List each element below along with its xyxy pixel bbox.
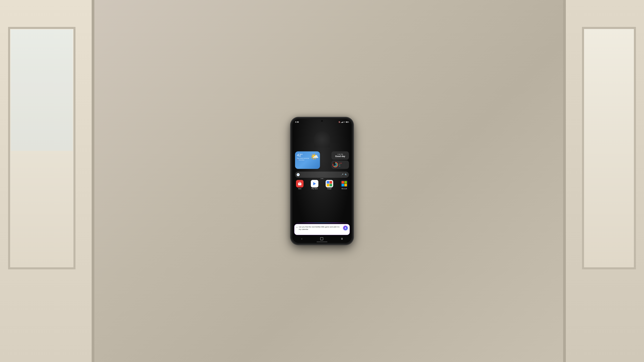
svg-rect-13 xyxy=(345,227,346,228)
microsoft-app[interactable]: Microsoft xyxy=(340,180,349,189)
playstore-label: Play Store xyxy=(312,188,318,189)
svg-marker-8 xyxy=(313,182,316,185)
microsoft-label: Microsoft xyxy=(342,188,347,189)
phone-container: 3:36 🔇 5G xyxy=(291,118,353,244)
page-dots xyxy=(292,178,352,179)
camera xyxy=(321,120,323,122)
microsoft-icon xyxy=(340,180,348,187)
app-row: Store Play Store xyxy=(295,180,349,189)
phone: 3:36 🔇 5G xyxy=(291,118,353,244)
svg-rect-7 xyxy=(299,184,300,184)
gemini-bar-inner: + can you find the next Buffalo Bills ga… xyxy=(296,226,348,231)
steps-stat: 2,489 xyxy=(339,163,342,164)
window-left xyxy=(0,0,94,362)
page-dot xyxy=(323,178,324,179)
fitness-widget[interactable]: 2,489 26 94 xyxy=(332,161,349,169)
google-logo: G xyxy=(297,173,300,176)
fitness-ring xyxy=(332,162,338,168)
playstore-icon xyxy=(311,180,318,187)
weather-widget[interactable]: 🌤️ 42° Rain likely tomorrow 📍 Manhattan xyxy=(295,151,320,169)
weather-icon: 🌤️ xyxy=(310,153,319,161)
store-app[interactable]: Store xyxy=(295,180,304,189)
location-icon: 📍 xyxy=(297,159,298,161)
mute-icon: 🔇 xyxy=(338,121,340,123)
store-label: Store xyxy=(298,188,302,189)
gemini-add-icon[interactable]: + xyxy=(296,226,298,229)
calories-stat: 94 xyxy=(339,166,342,167)
page-dot-active xyxy=(322,178,322,179)
search-bar[interactable]: G 🎤 🔍 xyxy=(295,172,349,178)
home-button[interactable] xyxy=(320,237,323,240)
clock-greeting: Good day xyxy=(335,155,345,158)
microphone-icon[interactable]: 🎤 xyxy=(341,173,344,176)
battery-icon xyxy=(346,121,349,123)
profile-silhouette xyxy=(314,131,330,147)
network-type: 5G xyxy=(344,121,345,123)
back-button[interactable]: ‹ xyxy=(302,237,302,240)
window-right xyxy=(563,0,644,362)
gemini-mic-button[interactable] xyxy=(343,226,348,230)
status-icons: 🔇 5G xyxy=(338,121,349,123)
play-store-app[interactable]: Play Store xyxy=(310,180,319,189)
google-icon xyxy=(326,180,333,187)
active-minutes-stat: 26 xyxy=(339,164,342,165)
window-right-inner xyxy=(582,27,636,269)
status-time: 3:36 xyxy=(295,121,299,123)
google-app[interactable]: Google xyxy=(325,180,334,189)
gemini-input-text[interactable]: can you find the next Buffalo Bills game… xyxy=(299,226,342,231)
clock-time: 3:36 PM xyxy=(338,154,343,155)
home-indicator xyxy=(316,242,328,242)
gemini-bar[interactable]: + can you find the next Buffalo Bills ga… xyxy=(294,224,350,235)
lens-icon[interactable]: 🔍 xyxy=(345,173,347,176)
google-label: Google xyxy=(327,188,332,189)
svg-rect-6 xyxy=(298,183,302,185)
page-dot xyxy=(320,178,321,179)
store-icon xyxy=(296,180,304,187)
gemini-glow xyxy=(294,223,350,223)
signal-icon xyxy=(341,121,343,123)
recents-button[interactable] xyxy=(341,238,342,240)
clock-widget[interactable]: 3:36 PM Good day xyxy=(332,151,349,160)
phone-screen: 3:36 🔇 5G xyxy=(292,119,352,243)
window-glass xyxy=(11,30,73,151)
fitness-stats: 2,489 26 94 xyxy=(339,163,342,167)
